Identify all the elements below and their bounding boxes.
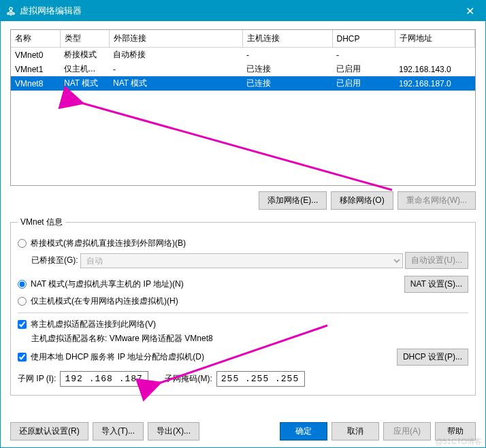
cell-subnet: 192.168.187.0: [395, 76, 475, 91]
cell-ext: -: [109, 62, 242, 76]
svg-point-0: [10, 7, 12, 10]
export-button[interactable]: 导出(X)...: [148, 422, 199, 441]
cell-ext: NAT 模式: [109, 76, 242, 91]
mode-nat-radio[interactable]: [18, 280, 27, 289]
cell-subnet: 192.168.143.0: [395, 62, 475, 76]
subnet-mask-label: 子网掩码(M):: [165, 373, 212, 385]
mode-hostonly-radio[interactable]: [18, 297, 27, 306]
cell-dhcp: 已启用: [332, 76, 395, 91]
import-button[interactable]: 导入(T)...: [93, 422, 144, 441]
dialog-footer: 还原默认设置(R) 导入(T)... 导出(X)... 确定 取消 应用(A) …: [1, 415, 485, 447]
add-network-button[interactable]: 添加网络(E)...: [259, 191, 327, 210]
adapter-name-label: 主机虚拟适配器名称: VMware 网络适配器 VMnet8: [31, 333, 468, 345]
use-dhcp-checkbox[interactable]: [18, 353, 27, 362]
table-row[interactable]: VMnet8NAT 模式NAT 模式已连接已启用192.168.187.0: [11, 76, 475, 91]
rename-network-button[interactable]: 重命名网络(W)...: [398, 191, 476, 210]
cell-subnet: [395, 48, 475, 63]
subnet-mask-input[interactable]: [216, 371, 305, 387]
dhcp-settings-button[interactable]: DHCP 设置(P)...: [397, 349, 468, 366]
vmnet-info-group: VMnet 信息 桥接模式(将虚拟机直接连接到外部网络)(B) 已桥接至(G):…: [10, 217, 476, 396]
connect-host-label[interactable]: 将主机虚拟适配器连接到此网络(V): [31, 319, 156, 330]
subnet-ip-label: 子网 IP (I):: [18, 373, 56, 385]
col-host[interactable]: 主机连接: [242, 30, 332, 48]
table-header: 名称 类型 外部连接 主机连接 DHCP 子网地址: [11, 30, 475, 48]
subnet-row: 子网 IP (I): 子网掩码(M):: [18, 371, 468, 387]
bridged-to-label: 已桥接至(G):: [31, 255, 78, 266]
mode-bridged-label[interactable]: 桥接模式(将虚拟机直接连接到外部网络)(B): [31, 238, 186, 249]
close-icon[interactable]: ✕: [459, 1, 480, 21]
app-icon: [6, 6, 16, 16]
cell-name: VMnet8: [11, 76, 60, 91]
bridged-to-select[interactable]: 自动: [80, 253, 403, 268]
bridged-to-row: 已桥接至(G): 自动 自动设置(U)...: [31, 252, 468, 269]
cell-type: 桥接模式: [60, 48, 109, 63]
cell-name: VMnet0: [11, 48, 60, 63]
cell-name: VMnet1: [11, 62, 60, 76]
network-buttons: 添加网络(E)... 移除网络(O) 重命名网络(W)...: [10, 191, 476, 210]
apply-button[interactable]: 应用(A): [383, 422, 431, 441]
ok-button[interactable]: 确定: [280, 422, 327, 441]
connect-host-row: 将主机虚拟适配器连接到此网络(V): [18, 319, 468, 330]
cell-dhcp: 已启用: [332, 62, 395, 76]
use-dhcp-row: 使用本地 DHCP 服务将 IP 地址分配给虚拟机(D) DHCP 设置(P).…: [18, 349, 468, 366]
mode-hostonly-label[interactable]: 仅主机模式(在专用网络内连接虚拟机)(H): [31, 295, 178, 307]
connect-host-checkbox[interactable]: [18, 320, 27, 329]
mode-nat-row: NAT 模式(与虚拟机共享主机的 IP 地址)(N) NAT 设置(S)...: [18, 276, 468, 293]
cell-dhcp: -: [332, 48, 395, 63]
table-row[interactable]: VMnet1仅主机...-已连接已启用192.168.143.0: [11, 62, 475, 76]
cell-host: 已连接: [242, 62, 332, 76]
cell-host: -: [242, 48, 332, 63]
table-row[interactable]: VMnet0桥接模式自动桥接--: [11, 48, 475, 63]
title-bar: 虚拟网络编辑器 ✕: [1, 1, 485, 21]
col-name[interactable]: 名称: [11, 30, 60, 48]
dialog-body: 名称 类型 外部连接 主机连接 DHCP 子网地址 VMnet0桥接模式自动桥接…: [1, 21, 485, 415]
nat-settings-button[interactable]: NAT 设置(S)...: [404, 276, 468, 293]
cell-ext: 自动桥接: [109, 48, 242, 63]
mode-nat-label[interactable]: NAT 模式(与虚拟机共享主机的 IP 地址)(N): [31, 278, 184, 290]
mode-hostonly-row: 仅主机模式(在专用网络内连接虚拟机)(H): [18, 295, 468, 307]
window-title: 虚拟网络编辑器: [20, 5, 459, 17]
col-dhcp[interactable]: DHCP: [332, 30, 395, 48]
network-table[interactable]: 名称 类型 外部连接 主机连接 DHCP 子网地址 VMnet0桥接模式自动桥接…: [10, 29, 476, 186]
auto-settings-button[interactable]: 自动设置(U)...: [405, 252, 468, 269]
dialog-window: 虚拟网络编辑器 ✕ 名称 类型 外部连接 主机连接 DHCP 子网地址 VMne…: [0, 0, 486, 448]
col-ext[interactable]: 外部连接: [109, 30, 242, 48]
mode-bridged-radio[interactable]: [18, 239, 27, 248]
vmnet-info-legend: VMnet 信息: [18, 217, 65, 228]
separator: [18, 313, 468, 313]
col-type[interactable]: 类型: [60, 30, 109, 48]
cell-type: NAT 模式: [60, 76, 109, 91]
cancel-button[interactable]: 取消: [331, 422, 379, 441]
remove-network-button[interactable]: 移除网络(O): [331, 191, 393, 210]
cell-type: 仅主机...: [60, 62, 109, 76]
subnet-ip-input[interactable]: [60, 371, 148, 387]
cell-host: 已连接: [242, 76, 332, 91]
mode-bridged-row: 桥接模式(将虚拟机直接连接到外部网络)(B): [18, 238, 468, 249]
col-subnet[interactable]: 子网地址: [395, 30, 475, 48]
use-dhcp-label[interactable]: 使用本地 DHCP 服务将 IP 地址分配给虚拟机(D): [31, 351, 204, 363]
restore-defaults-button[interactable]: 还原默认设置(R): [10, 422, 88, 441]
help-button[interactable]: 帮助: [435, 422, 476, 441]
